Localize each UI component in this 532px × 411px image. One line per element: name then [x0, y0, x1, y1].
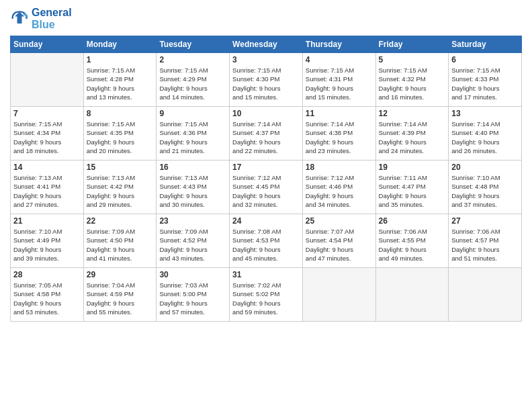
calendar-cell: 9Sunrise: 7:15 AM Sunset: 4:36 PM Daylig… — [157, 107, 230, 161]
day-info: Sunrise: 7:15 AM Sunset: 4:32 PM Dayligh… — [379, 66, 446, 101]
day-info: Sunrise: 7:13 AM Sunset: 4:42 PM Dayligh… — [87, 173, 154, 209]
day-number: 6 — [451, 55, 519, 64]
day-number: 2 — [159, 55, 226, 64]
calendar-cell: 29Sunrise: 7:04 AM Sunset: 4:59 PM Dayli… — [83, 268, 157, 322]
day-info: Sunrise: 7:08 AM Sunset: 4:53 PM Dayligh… — [232, 227, 300, 263]
day-number: 21 — [13, 216, 81, 226]
calendar-cell: 22Sunrise: 7:09 AM Sunset: 4:50 PM Dayli… — [83, 214, 157, 268]
page: General Blue SundayMondayTuesdayWednesda… — [0, 0, 532, 328]
day-info: Sunrise: 7:09 AM Sunset: 4:52 PM Dayligh… — [159, 227, 226, 263]
calendar-cell: 27Sunrise: 7:06 AM Sunset: 4:57 PM Dayli… — [449, 214, 522, 268]
calendar-cell: 4Sunrise: 7:15 AM Sunset: 4:31 PM Daylig… — [302, 53, 375, 107]
day-number: 20 — [451, 163, 519, 172]
day-number: 14 — [13, 163, 81, 172]
calendar-cell: 2Sunrise: 7:15 AM Sunset: 4:29 PM Daylig… — [157, 53, 230, 107]
day-number: 16 — [159, 163, 226, 172]
calendar-cell: 10Sunrise: 7:14 AM Sunset: 4:37 PM Dayli… — [230, 107, 303, 161]
day-info: Sunrise: 7:15 AM Sunset: 4:29 PM Dayligh… — [159, 66, 226, 101]
day-number: 17 — [232, 163, 300, 172]
calendar-week-row: 7Sunrise: 7:15 AM Sunset: 4:34 PM Daylig… — [11, 107, 522, 161]
day-number: 3 — [232, 55, 300, 64]
day-info: Sunrise: 7:03 AM Sunset: 5:00 PM Dayligh… — [159, 281, 226, 316]
logo-icon — [10, 9, 29, 28]
day-info: Sunrise: 7:14 AM Sunset: 4:37 PM Dayligh… — [232, 120, 300, 155]
calendar-cell: 14Sunrise: 7:13 AM Sunset: 4:41 PM Dayli… — [11, 161, 84, 214]
day-number: 24 — [232, 216, 300, 226]
day-number: 30 — [159, 270, 226, 279]
calendar-week-row: 1Sunrise: 7:15 AM Sunset: 4:28 PM Daylig… — [11, 53, 522, 107]
day-number: 23 — [159, 216, 226, 226]
calendar-cell: 18Sunrise: 7:12 AM Sunset: 4:46 PM Dayli… — [302, 161, 375, 214]
calendar-cell: 7Sunrise: 7:15 AM Sunset: 4:34 PM Daylig… — [11, 107, 84, 161]
day-number: 5 — [379, 55, 446, 64]
day-info: Sunrise: 7:07 AM Sunset: 4:54 PM Dayligh… — [306, 227, 373, 263]
day-info: Sunrise: 7:12 AM Sunset: 4:46 PM Dayligh… — [306, 173, 373, 209]
day-number: 31 — [232, 270, 300, 279]
calendar-cell: 20Sunrise: 7:10 AM Sunset: 4:48 PM Dayli… — [449, 161, 522, 214]
day-number: 1 — [87, 55, 154, 64]
day-info: Sunrise: 7:04 AM Sunset: 4:59 PM Dayligh… — [87, 281, 154, 316]
day-number: 13 — [451, 109, 519, 118]
calendar-header-saturday: Saturday — [449, 36, 522, 53]
day-info: Sunrise: 7:15 AM Sunset: 4:30 PM Dayligh… — [232, 66, 300, 101]
calendar-cell — [375, 268, 449, 322]
day-info: Sunrise: 7:05 AM Sunset: 4:58 PM Dayligh… — [13, 281, 81, 316]
calendar-header-row: SundayMondayTuesdayWednesdayThursdayFrid… — [11, 36, 522, 53]
day-info: Sunrise: 7:14 AM Sunset: 4:39 PM Dayligh… — [379, 120, 446, 155]
day-info: Sunrise: 7:15 AM Sunset: 4:34 PM Dayligh… — [13, 120, 81, 155]
day-info: Sunrise: 7:06 AM Sunset: 4:57 PM Dayligh… — [451, 227, 519, 263]
day-info: Sunrise: 7:15 AM Sunset: 4:31 PM Dayligh… — [306, 66, 373, 101]
calendar-cell: 16Sunrise: 7:13 AM Sunset: 4:43 PM Dayli… — [157, 161, 230, 214]
day-info: Sunrise: 7:10 AM Sunset: 4:49 PM Dayligh… — [13, 227, 81, 263]
day-info: Sunrise: 7:13 AM Sunset: 4:41 PM Dayligh… — [13, 173, 81, 209]
calendar-cell: 5Sunrise: 7:15 AM Sunset: 4:32 PM Daylig… — [375, 53, 449, 107]
calendar-cell: 21Sunrise: 7:10 AM Sunset: 4:49 PM Dayli… — [11, 214, 84, 268]
day-number: 10 — [232, 109, 300, 118]
calendar-cell: 17Sunrise: 7:12 AM Sunset: 4:45 PM Dayli… — [230, 161, 303, 214]
calendar-cell: 24Sunrise: 7:08 AM Sunset: 4:53 PM Dayli… — [230, 214, 303, 268]
day-info: Sunrise: 7:11 AM Sunset: 4:47 PM Dayligh… — [379, 173, 446, 209]
day-number: 7 — [13, 109, 81, 118]
day-number: 9 — [159, 109, 226, 118]
calendar-cell: 25Sunrise: 7:07 AM Sunset: 4:54 PM Dayli… — [302, 214, 375, 268]
calendar-cell: 19Sunrise: 7:11 AM Sunset: 4:47 PM Dayli… — [375, 161, 449, 214]
day-number: 25 — [306, 216, 373, 226]
day-info: Sunrise: 7:14 AM Sunset: 4:40 PM Dayligh… — [451, 120, 519, 155]
calendar-cell: 12Sunrise: 7:14 AM Sunset: 4:39 PM Dayli… — [375, 107, 449, 161]
day-number: 29 — [87, 270, 154, 279]
calendar-cell: 30Sunrise: 7:03 AM Sunset: 5:00 PM Dayli… — [157, 268, 230, 322]
day-number: 19 — [379, 163, 446, 172]
calendar-cell: 28Sunrise: 7:05 AM Sunset: 4:58 PM Dayli… — [11, 268, 84, 322]
day-info: Sunrise: 7:15 AM Sunset: 4:28 PM Dayligh… — [87, 66, 154, 101]
day-number: 12 — [379, 109, 446, 118]
calendar-header-sunday: Sunday — [11, 36, 84, 53]
calendar-cell: 13Sunrise: 7:14 AM Sunset: 4:40 PM Dayli… — [449, 107, 522, 161]
calendar-cell: 26Sunrise: 7:06 AM Sunset: 4:55 PM Dayli… — [375, 214, 449, 268]
calendar-header-thursday: Thursday — [302, 36, 375, 53]
day-info: Sunrise: 7:15 AM Sunset: 4:36 PM Dayligh… — [159, 120, 226, 155]
day-info: Sunrise: 7:06 AM Sunset: 4:55 PM Dayligh… — [379, 227, 446, 263]
day-number: 27 — [451, 216, 519, 226]
day-number: 8 — [87, 109, 154, 118]
calendar-week-row: 21Sunrise: 7:10 AM Sunset: 4:49 PM Dayli… — [11, 214, 522, 268]
calendar-cell: 8Sunrise: 7:15 AM Sunset: 4:35 PM Daylig… — [83, 107, 157, 161]
calendar-cell: 3Sunrise: 7:15 AM Sunset: 4:30 PM Daylig… — [230, 53, 303, 107]
day-info: Sunrise: 7:12 AM Sunset: 4:45 PM Dayligh… — [232, 173, 300, 209]
logo: General Blue — [10, 7, 72, 30]
calendar-cell: 15Sunrise: 7:13 AM Sunset: 4:42 PM Dayli… — [83, 161, 157, 214]
calendar-week-row: 28Sunrise: 7:05 AM Sunset: 4:58 PM Dayli… — [11, 268, 522, 322]
calendar-cell: 31Sunrise: 7:02 AM Sunset: 5:02 PM Dayli… — [230, 268, 303, 322]
calendar-week-row: 14Sunrise: 7:13 AM Sunset: 4:41 PM Dayli… — [11, 161, 522, 214]
calendar-header-monday: Monday — [83, 36, 157, 53]
calendar-header-tuesday: Tuesday — [157, 36, 230, 53]
day-info: Sunrise: 7:13 AM Sunset: 4:43 PM Dayligh… — [159, 173, 226, 209]
calendar-header-wednesday: Wednesday — [230, 36, 303, 53]
calendar-cell — [302, 268, 375, 322]
calendar-cell — [11, 53, 84, 107]
calendar-table: SundayMondayTuesdayWednesdayThursdayFrid… — [10, 36, 522, 322]
day-info: Sunrise: 7:10 AM Sunset: 4:48 PM Dayligh… — [451, 173, 519, 209]
logo-text: General Blue — [32, 7, 72, 30]
day-number: 22 — [87, 216, 154, 226]
day-info: Sunrise: 7:15 AM Sunset: 4:35 PM Dayligh… — [87, 120, 154, 155]
header: General Blue — [10, 7, 522, 30]
